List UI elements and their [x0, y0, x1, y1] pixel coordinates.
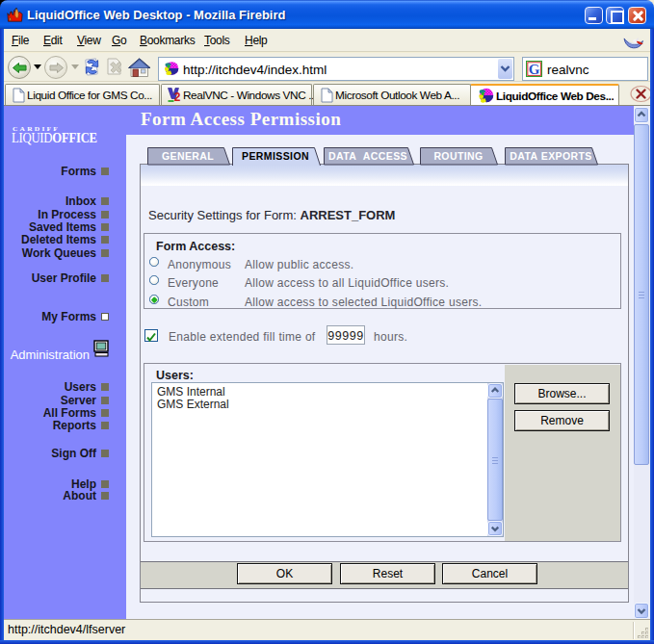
svg-text:ROUTING: ROUTING [433, 150, 483, 162]
svg-text:DATA ACCESS: DATA ACCESS [328, 150, 407, 162]
svg-text:G: G [529, 62, 540, 77]
svg-text:DATA EXPORTS: DATA EXPORTS [510, 150, 592, 162]
svg-text:2: 2 [174, 90, 181, 104]
svg-text:PERMISSION: PERMISSION [242, 150, 309, 162]
svg-text:GENERAL: GENERAL [162, 150, 214, 162]
